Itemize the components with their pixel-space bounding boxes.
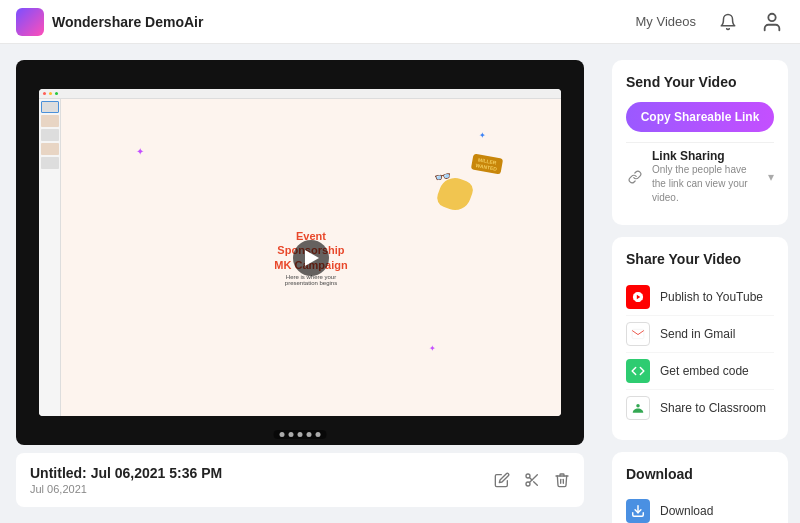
logo-icon — [16, 8, 44, 36]
link-sharing-desc: Only the people have the link can view y… — [652, 163, 760, 205]
header: Wondershare DemoAir My Videos — [0, 0, 800, 44]
video-container: ✦ ✦ ✦ 👓 MILLERWANTED EventSponsorshipMK … — [16, 60, 584, 445]
youtube-label: Publish to YouTube — [660, 290, 763, 304]
svg-point-7 — [636, 404, 640, 408]
download-section: Download Download Export as MP4 — [612, 452, 788, 523]
gmail-label: Send in Gmail — [660, 327, 735, 341]
svg-line-4 — [534, 482, 538, 486]
thumb-4[interactable] — [41, 143, 59, 155]
gmail-icon — [626, 322, 650, 346]
play-triangle-icon — [305, 250, 319, 266]
share-video-section: Share Your Video Publish to YouTube — [612, 237, 788, 440]
thumb-5[interactable] — [41, 157, 59, 169]
link-info: Link Sharing Only the people have the li… — [652, 149, 760, 205]
svg-point-0 — [768, 13, 775, 20]
video-title: Untitled: Jul 06,2021 5:36 PM — [30, 465, 222, 481]
presentation-frame: ✦ ✦ ✦ 👓 MILLERWANTED EventSponsorshipMK … — [39, 89, 562, 416]
left-panel: ✦ ✦ ✦ 👓 MILLERWANTED EventSponsorshipMK … — [0, 44, 600, 523]
thumb-3[interactable] — [41, 129, 59, 141]
video-actions — [494, 472, 570, 488]
video-title-area: Untitled: Jul 06,2021 5:36 PM Jul 06,202… — [30, 465, 222, 495]
download-item[interactable]: Download — [626, 494, 774, 523]
link-sharing-row[interactable]: Link Sharing Only the people have the li… — [626, 142, 774, 211]
share-item-gmail[interactable]: Send in Gmail — [626, 316, 774, 353]
slide-subtitle: Here is where yourpresentation begins — [274, 274, 347, 286]
download-icon — [626, 499, 650, 523]
thumb-1[interactable] — [41, 101, 59, 113]
share-section-title: Share Your Video — [626, 251, 774, 267]
right-panel: Send Your Video Copy Shareable Link Link… — [600, 44, 800, 523]
send-section-title: Send Your Video — [626, 74, 774, 90]
link-sharing-title: Link Sharing — [652, 149, 760, 163]
thumb-2[interactable] — [41, 115, 59, 127]
share-item-classroom[interactable]: Share to Classroom — [626, 390, 774, 426]
video-date: Jul 06,2021 — [30, 483, 222, 495]
edit-icon[interactable] — [494, 472, 510, 488]
svg-line-5 — [529, 477, 532, 480]
send-video-section: Send Your Video Copy Shareable Link Link… — [612, 60, 788, 225]
classroom-label: Share to Classroom — [660, 401, 766, 415]
embed-icon — [626, 359, 650, 383]
video-info-bar: Untitled: Jul 06,2021 5:36 PM Jul 06,202… — [16, 453, 584, 507]
bell-icon[interactable] — [716, 10, 740, 34]
download-section-title: Download — [626, 466, 774, 482]
share-item-youtube[interactable]: Publish to YouTube — [626, 279, 774, 316]
embed-label: Get embed code — [660, 364, 749, 378]
slide-thumbnails — [39, 99, 61, 416]
play-button[interactable] — [293, 240, 329, 276]
header-right: My Videos — [636, 10, 784, 34]
my-videos-link[interactable]: My Videos — [636, 14, 696, 29]
share-item-embed[interactable]: Get embed code — [626, 353, 774, 390]
link-icon — [626, 168, 644, 186]
chevron-down-icon: ▾ — [768, 170, 774, 184]
video-toolbar — [274, 430, 327, 439]
avatar-icon[interactable] — [760, 10, 784, 34]
download-label: Download — [660, 504, 713, 518]
header-left: Wondershare DemoAir — [16, 8, 203, 36]
logo-text: Wondershare DemoAir — [52, 14, 203, 30]
trash-icon[interactable] — [554, 472, 570, 488]
main-content: ✦ ✦ ✦ 👓 MILLERWANTED EventSponsorshipMK … — [0, 44, 800, 523]
copy-shareable-link-button[interactable]: Copy Shareable Link — [626, 102, 774, 132]
classroom-icon — [626, 396, 650, 420]
slide-main: ✦ ✦ ✦ 👓 MILLERWANTED EventSponsorshipMK … — [61, 99, 562, 416]
youtube-icon — [626, 285, 650, 309]
scissors-icon[interactable] — [524, 472, 540, 488]
